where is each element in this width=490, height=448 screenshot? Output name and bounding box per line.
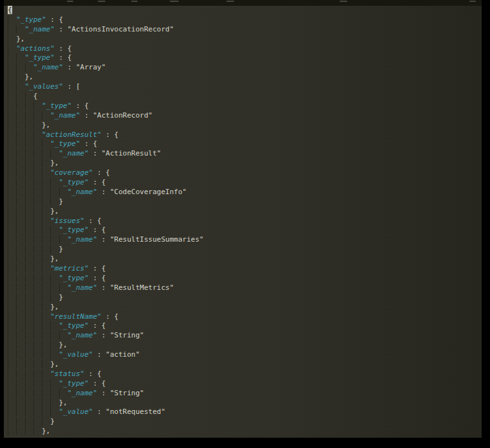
indent-guide (42, 341, 50, 349)
code-line: "_value" : "action" (8, 350, 482, 360)
indent-guide (50, 408, 59, 416)
json-key: "_name" (68, 389, 97, 397)
indent-guide (25, 389, 33, 397)
indent-guide (42, 350, 50, 359)
indent-guide (42, 245, 50, 253)
code-line: "status" : { (8, 370, 482, 379)
code-line: "_value" : "notRequested" (8, 408, 482, 417)
terminal-screenshot: { "window": { "kind": "terminal-json-vie… (0, 0, 490, 448)
indent-guide (25, 255, 33, 263)
code-line: "_name" : "String" (8, 389, 482, 399)
indent-guide (50, 321, 59, 330)
code-text: { (102, 226, 106, 234)
indent-guide (33, 130, 42, 139)
code-text: { (114, 312, 119, 321)
indent-guide (16, 331, 24, 339)
indent-guide (16, 274, 24, 282)
code-line: }, (8, 255, 482, 264)
code-text: { (68, 44, 72, 53)
code-text: : (97, 235, 110, 244)
code-line: "coverage" : { (8, 168, 482, 178)
indent-guide (25, 417, 33, 426)
code-text: : (84, 370, 97, 378)
code-text: }, (50, 159, 59, 167)
indent-guide (33, 197, 42, 206)
indent-guide (16, 188, 24, 196)
indent-guide (25, 130, 33, 139)
indent-guide (16, 149, 24, 157)
indent-guide (25, 303, 33, 311)
json-key: "_type" (25, 53, 55, 62)
code-text: } (50, 417, 55, 426)
code-text: : (93, 408, 105, 416)
code-text: { (33, 92, 38, 100)
indent-guide (25, 274, 33, 282)
code-text: "Array" (76, 63, 105, 71)
indent-guide (33, 139, 42, 148)
json-key: "_name" (59, 149, 89, 157)
code-text: }, (59, 399, 68, 407)
json-key: "actionResult" (42, 130, 102, 139)
indent-guide (16, 63, 24, 71)
indent-guide (25, 63, 33, 71)
indent-guide (16, 92, 24, 100)
json-key: "issues" (50, 217, 84, 225)
indent-guide (33, 312, 42, 321)
indent-guide (25, 235, 33, 244)
indent-guide (42, 370, 50, 378)
indent-guide (8, 168, 16, 177)
indent-guide (50, 235, 59, 244)
indent-guide (50, 245, 59, 253)
indent-guide (16, 73, 24, 81)
code-text: }, (50, 207, 59, 215)
code-text: }, (25, 73, 33, 81)
indent-guide (33, 149, 42, 157)
indent-guide (25, 360, 33, 368)
indent-guide (42, 321, 50, 330)
indent-guide (8, 417, 16, 426)
indent-guide (25, 321, 33, 330)
json-key: "status" (50, 370, 84, 378)
code-text: : (89, 379, 102, 388)
json-key: "_name" (50, 111, 80, 120)
indent-guide (50, 226, 59, 234)
code-text: : (55, 44, 68, 53)
indent-guide (42, 379, 50, 388)
code-text: : (93, 168, 105, 177)
json-key: "metrics" (50, 264, 89, 273)
indent-guide (33, 255, 42, 263)
code-line: "_type" : { (8, 139, 482, 149)
code-line: "_type" : { (8, 226, 482, 235)
code-line: } (8, 417, 482, 427)
indent-guide (8, 264, 16, 273)
indent-guide (25, 139, 33, 148)
block-cursor[interactable]: { (8, 6, 12, 14)
code-text: } (59, 197, 64, 206)
indent-guide (16, 427, 24, 435)
json-output-viewport[interactable]: { "_type" : { "_name" : "ActionsInvocati… (4, 6, 482, 438)
json-key: "_type" (59, 178, 89, 186)
code-line: "_values" : [ (8, 82, 482, 92)
json-key: "_type" (16, 15, 46, 24)
indent-guide (25, 197, 33, 206)
indent-guide (42, 207, 50, 215)
code-text: { (102, 274, 106, 282)
code-line: "_type" : { (8, 321, 482, 331)
indent-guide (50, 149, 59, 157)
indent-guide (8, 427, 16, 435)
indent-guide (8, 255, 16, 263)
indent-guide (33, 399, 42, 407)
code-text: { (59, 15, 63, 24)
code-text: : (97, 331, 110, 339)
indent-guide (42, 188, 50, 196)
code-line: "_name" : "ResultMetrics" (8, 283, 482, 293)
indent-guide (16, 245, 24, 253)
code-line: "actionResult" : { (8, 130, 482, 140)
indent-guide (33, 379, 42, 388)
indent-guide (59, 389, 68, 397)
indent-guide (50, 350, 59, 359)
indent-guide (33, 226, 42, 234)
code-text: "ActionRecord" (93, 111, 152, 120)
indent-guide (8, 35, 16, 43)
indent-guide (33, 121, 42, 129)
